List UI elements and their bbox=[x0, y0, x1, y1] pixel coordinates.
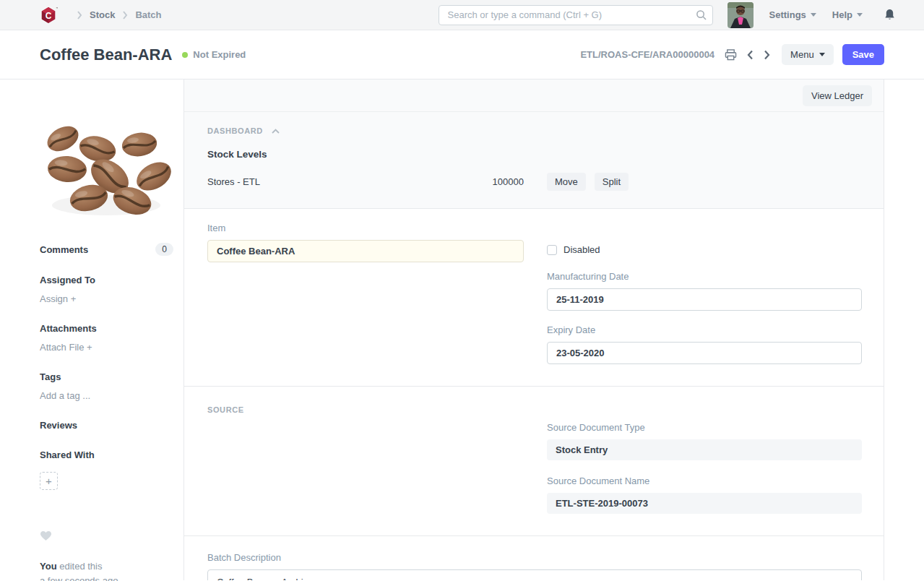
status-badge: Not Expired bbox=[182, 49, 246, 60]
breadcrumb-batch[interactable]: Batch bbox=[135, 9, 161, 20]
edited-timestamp: a few seconds ago bbox=[40, 575, 118, 581]
prev-doc-button[interactable] bbox=[747, 50, 754, 60]
shared-with-heading: Shared With bbox=[40, 449, 173, 460]
status-dot-icon bbox=[182, 52, 188, 58]
dashboard-section: DASHBOARD Stock Levels Stores - ETL 1000… bbox=[184, 112, 884, 209]
edited-by-user: You bbox=[40, 561, 57, 572]
svg-text:™: ™ bbox=[56, 6, 58, 9]
status-text: Not Expired bbox=[193, 49, 246, 60]
document-name: ETL/ROAS-CFE/ARA00000004 bbox=[580, 49, 714, 60]
form-body: View Ledger DASHBOARD Stock Levels Store… bbox=[184, 79, 884, 580]
item-field[interactable] bbox=[207, 240, 524, 262]
breadcrumb-stock[interactable]: Stock bbox=[90, 9, 115, 20]
notifications-bell[interactable] bbox=[884, 9, 895, 21]
batch-description-label: Batch Description bbox=[207, 552, 862, 563]
printer-icon bbox=[725, 49, 737, 61]
view-ledger-button[interactable]: View Ledger bbox=[803, 85, 872, 106]
edited-action-text: edited this bbox=[59, 561, 102, 572]
warehouse-link[interactable]: Stores - ETL bbox=[207, 176, 424, 187]
global-search bbox=[439, 5, 713, 25]
breadcrumb-separator-icon bbox=[77, 11, 82, 20]
bell-icon bbox=[884, 9, 895, 21]
breadcrumb: Stock Batch bbox=[69, 9, 162, 20]
page-title: Coffee Bean-ARA bbox=[40, 46, 172, 64]
source-document-type-value: Stock Entry bbox=[547, 439, 862, 460]
prev-icon bbox=[747, 50, 754, 60]
next-icon bbox=[764, 50, 770, 60]
manufacturing-date-label: Manufacturing Date bbox=[547, 271, 862, 282]
item-image[interactable] bbox=[40, 117, 173, 224]
caret-down-icon bbox=[857, 13, 863, 17]
search-icon bbox=[696, 9, 707, 22]
caret-down-icon bbox=[819, 53, 825, 56]
navbar: C ™ Stock Batch Settings bbox=[0, 0, 924, 30]
source-document-name-label: Source Document Name bbox=[547, 475, 862, 486]
disabled-checkbox[interactable] bbox=[547, 245, 557, 255]
brand-logo[interactable]: C ™ bbox=[40, 5, 58, 25]
menu-button-label: Menu bbox=[790, 49, 814, 60]
stock-level-row: Stores - ETL 100000 Move Split bbox=[207, 173, 862, 191]
stock-levels-heading: Stock Levels bbox=[207, 149, 862, 160]
stock-qty-value: 100000 bbox=[424, 176, 524, 187]
share-add-button[interactable]: + bbox=[40, 472, 58, 490]
add-tag-input[interactable]: Add a tag ... bbox=[40, 390, 173, 401]
page-head: Coffee Bean-ARA Not Expired ETL/ROAS-CFE… bbox=[0, 30, 924, 79]
form-toolbar: View Ledger bbox=[184, 79, 884, 112]
expiry-date-label: Expiry Date bbox=[547, 324, 862, 335]
source-document-type-label: Source Document Type bbox=[547, 422, 862, 433]
sidebar-comments-link[interactable]: Comments bbox=[40, 244, 88, 255]
settings-label: Settings bbox=[769, 9, 806, 20]
plus-icon: + bbox=[46, 475, 52, 487]
tags-heading: Tags bbox=[40, 371, 173, 382]
help-label: Help bbox=[832, 9, 852, 20]
svg-text:C: C bbox=[46, 10, 52, 20]
item-field-label: Item bbox=[207, 223, 524, 233]
help-menu[interactable]: Help bbox=[832, 9, 863, 20]
source-section-label: SOURCE bbox=[207, 405, 244, 414]
source-document-name-value: ETL-STE-2019-00073 bbox=[547, 493, 862, 514]
next-doc-button[interactable] bbox=[764, 50, 770, 60]
details-section: Item Disabled Manufacturing Date Expiry … bbox=[184, 209, 884, 387]
assigned-to-heading: Assigned To bbox=[40, 275, 173, 285]
manufacturing-date-field[interactable] bbox=[547, 288, 862, 311]
disabled-checkbox-row[interactable]: Disabled bbox=[547, 244, 862, 255]
avatar[interactable] bbox=[727, 2, 754, 28]
attachments-heading: Attachments bbox=[40, 323, 173, 334]
search-input[interactable] bbox=[439, 5, 713, 25]
move-button[interactable]: Move bbox=[547, 173, 586, 191]
print-button[interactable] bbox=[725, 49, 737, 61]
save-button[interactable]: Save bbox=[842, 44, 884, 65]
reviews-heading: Reviews bbox=[40, 420, 173, 431]
form-sidebar: Comments 0 Assigned To Assign + Attachme… bbox=[0, 79, 184, 580]
dashboard-section-label: DASHBOARD bbox=[207, 126, 263, 135]
split-button[interactable]: Split bbox=[595, 173, 629, 191]
disabled-checkbox-label: Disabled bbox=[564, 244, 600, 255]
description-section: Batch Description Coffee Beans - Arabic bbox=[184, 536, 884, 580]
settings-menu[interactable]: Settings bbox=[769, 9, 816, 20]
assign-button[interactable]: Assign + bbox=[40, 293, 173, 304]
like-button[interactable] bbox=[40, 530, 52, 543]
menu-button[interactable]: Menu bbox=[782, 44, 834, 65]
comments-count-badge[interactable]: 0 bbox=[155, 243, 173, 256]
last-edited-info: You edited this a few seconds ago bbox=[40, 559, 173, 581]
source-section: SOURCE Source Document Type Stock Entry … bbox=[184, 387, 884, 536]
collapse-icon[interactable] bbox=[272, 129, 280, 134]
batch-description-field[interactable]: Coffee Beans - Arabic bbox=[207, 569, 862, 580]
attach-file-button[interactable]: Attach File + bbox=[40, 342, 173, 353]
expiry-date-field[interactable] bbox=[547, 342, 862, 364]
heart-icon bbox=[40, 530, 52, 541]
brand-logo-icon: C ™ bbox=[40, 5, 58, 25]
caret-down-icon bbox=[811, 13, 816, 17]
breadcrumb-separator-icon bbox=[122, 11, 128, 20]
